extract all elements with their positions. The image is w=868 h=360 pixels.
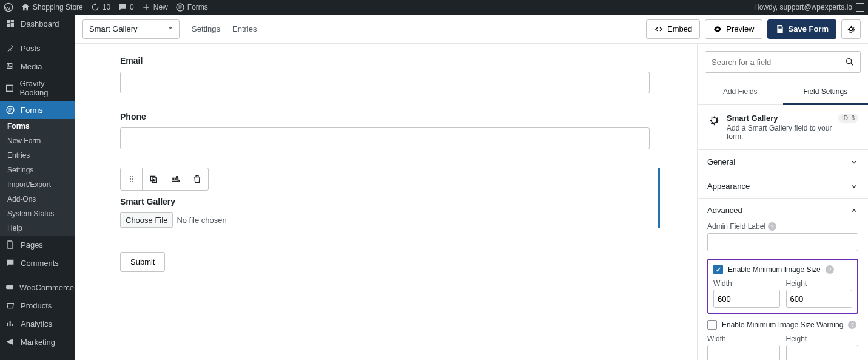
forms-label: Forms: [187, 3, 208, 12]
submit-button[interactable]: Submit: [120, 252, 165, 272]
sidebar-item-pages[interactable]: Pages: [0, 236, 75, 254]
site-name: Shopping Store: [33, 3, 83, 12]
sidebar-sub-forms[interactable]: Forms: [0, 119, 75, 134]
smart-gallery-label: Smart Gallery: [120, 197, 652, 206]
svg-point-16: [847, 59, 852, 64]
field-settings-panel: Add Fields Field Settings Smart Gallery …: [697, 44, 868, 360]
width-label: Width: [713, 279, 780, 288]
woo-icon: [5, 282, 15, 293]
email-label: Email: [120, 56, 673, 66]
wp-admin-bar: Shopping Store 10 0 New Forms Howdy, sup…: [0, 0, 868, 15]
sidebar-sub-new-form[interactable]: New Form: [0, 134, 75, 148]
warning-width-input[interactable]: [707, 345, 780, 360]
sidebar-item-posts[interactable]: Posts: [0, 39, 75, 57]
drag-handle[interactable]: [121, 168, 143, 190]
svg-point-10: [130, 181, 131, 182]
height-label: Height: [786, 279, 853, 288]
field-settings-button[interactable]: [164, 168, 186, 190]
sidebar-item-woocommerce[interactable]: WooCommerce: [0, 278, 75, 296]
sidebar-item-products[interactable]: Products: [0, 296, 75, 314]
forms-icon: [5, 104, 16, 115]
help-icon[interactable]: ?: [826, 265, 834, 274]
phone-input[interactable]: [120, 127, 650, 149]
marketing-icon: [5, 336, 16, 347]
sidebar-item-comments[interactable]: Comments: [0, 254, 75, 272]
delete-field-button[interactable]: [186, 168, 208, 190]
main-area: Smart Gallery Settings Entries Embed Pre…: [75, 15, 868, 360]
save-form-button[interactable]: Save Form: [767, 19, 836, 39]
new-content-link[interactable]: New: [141, 2, 168, 12]
email-field-block[interactable]: Email: [120, 56, 673, 93]
preview-button[interactable]: Preview: [705, 19, 762, 39]
svg-point-11: [132, 181, 133, 182]
new-label: New: [153, 3, 168, 12]
min-height-input[interactable]: [786, 290, 853, 308]
duplicate-field-button[interactable]: [143, 168, 164, 190]
tab-settings[interactable]: Settings: [192, 24, 220, 33]
wp-logo[interactable]: [4, 2, 13, 12]
enable-min-image-warning-label: Enable Minimum Image Size Warning: [722, 321, 843, 329]
updates-count: 10: [103, 3, 110, 12]
comment-icon: [5, 257, 16, 268]
width2-label: Width: [707, 335, 780, 343]
enable-min-image-warning-checkbox[interactable]: [707, 320, 717, 330]
section-advanced-toggle[interactable]: Advanced: [698, 199, 868, 222]
section-appearance-toggle[interactable]: Appearance: [698, 174, 868, 198]
no-file-text: No file chosen: [177, 216, 226, 225]
form-selector-dropdown[interactable]: Smart Gallery: [82, 19, 180, 39]
sidebar-item-forms[interactable]: Forms: [0, 101, 75, 119]
phone-field-block[interactable]: Phone: [120, 112, 673, 149]
form-settings-gear-button[interactable]: [841, 19, 861, 39]
min-image-size-highlight: Enable Minimum Image Size ? Width Height: [707, 259, 858, 314]
help-icon[interactable]: ?: [848, 321, 856, 329]
embed-button[interactable]: Embed: [646, 19, 700, 39]
admin-field-label-input[interactable]: [707, 233, 858, 251]
svg-point-15: [178, 180, 180, 182]
comments-count: 0: [130, 3, 134, 12]
svg-rect-3: [7, 85, 13, 91]
email-input[interactable]: [120, 72, 650, 93]
section-general-toggle[interactable]: General: [698, 150, 868, 174]
chevron-down-icon: [850, 158, 858, 166]
site-name-link[interactable]: Shopping Store: [21, 2, 83, 12]
search-field-input[interactable]: [705, 51, 861, 73]
tab-add-fields[interactable]: Add Fields: [698, 80, 783, 104]
sidebar-item-appearance[interactable]: Appearance: [0, 357, 75, 360]
sidebar-item-marketing[interactable]: Marketing: [0, 333, 75, 351]
calendar-icon: [5, 83, 15, 93]
howdy-text[interactable]: Howdy, support@wpexperts.io: [754, 3, 852, 12]
tab-entries[interactable]: Entries: [232, 24, 257, 33]
admin-sidebar: Dashboard Posts Media Gravity Booking Fo…: [0, 15, 75, 360]
search-icon: [845, 57, 855, 67]
sidebar-sub-import-export[interactable]: Import/Export: [0, 177, 75, 192]
field-action-toolbar: [120, 168, 209, 191]
panel-header-title: Smart Gallery: [727, 114, 832, 123]
enable-min-image-size-checkbox[interactable]: [713, 265, 723, 274]
sidebar-sub-entries[interactable]: Entries: [0, 148, 75, 163]
updates-link[interactable]: 10: [90, 2, 110, 12]
comments-link[interactable]: 0: [118, 2, 134, 12]
min-width-input[interactable]: [713, 290, 780, 308]
sidebar-sub-help[interactable]: Help: [0, 221, 75, 236]
sidebar-item-media[interactable]: Media: [0, 57, 75, 75]
page-icon: [5, 239, 16, 250]
sidebar-item-gravity-booking[interactable]: Gravity Booking: [0, 75, 75, 101]
analytics-icon: [5, 318, 16, 329]
smart-gallery-field-block[interactable]: Smart Gallery Choose File No file chosen: [120, 168, 660, 228]
sidebar-item-analytics[interactable]: Analytics: [0, 314, 75, 333]
forms-link[interactable]: Forms: [175, 2, 208, 12]
choose-file-button[interactable]: Choose File: [120, 212, 173, 228]
tab-field-settings[interactable]: Field Settings: [783, 80, 869, 105]
sidebar-sub-settings[interactable]: Settings: [0, 163, 75, 177]
sidebar-sub-addons[interactable]: Add-Ons: [0, 192, 75, 206]
user-avatar-icon[interactable]: [856, 3, 864, 12]
svg-point-9: [132, 178, 133, 180]
sidebar-sub-system-status[interactable]: System Status: [0, 206, 75, 221]
warning-height-input[interactable]: [786, 345, 859, 360]
sidebar-item-dashboard[interactable]: Dashboard: [0, 15, 75, 33]
help-icon[interactable]: ?: [768, 222, 776, 231]
height2-label: Height: [786, 335, 859, 343]
chevron-up-icon: [850, 206, 858, 215]
chevron-down-icon: [850, 182, 858, 191]
media-icon: [5, 61, 16, 72]
